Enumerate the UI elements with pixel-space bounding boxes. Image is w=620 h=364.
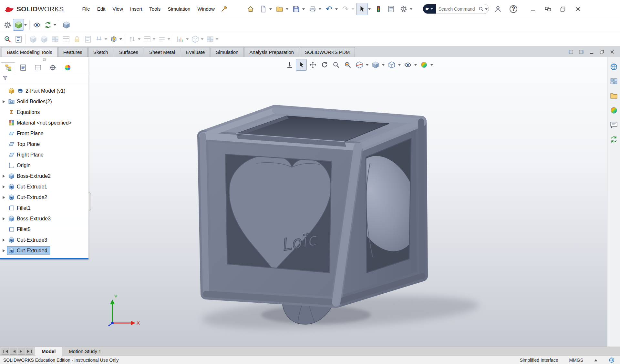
tree-filter-bar[interactable]: [0, 73, 88, 83]
dock-right-button[interactable]: [577, 48, 586, 56]
design-check-button[interactable]: [2, 33, 13, 45]
next-tab-button[interactable]: [18, 348, 25, 355]
search-scope-button[interactable]: [423, 4, 436, 14]
previous-tab-button[interactable]: [10, 348, 17, 355]
view-orientation-dropdown[interactable]: [382, 64, 385, 67]
bom-list-button[interactable]: [13, 33, 24, 45]
undo-button[interactable]: ↶: [323, 3, 335, 15]
file-explorer-button[interactable]: [609, 91, 619, 101]
viewports-button[interactable]: [141, 33, 152, 45]
options-dropdown[interactable]: [410, 8, 412, 11]
home-button[interactable]: [245, 3, 256, 15]
rotate-view-button[interactable]: [319, 59, 330, 71]
display-style-dropdown[interactable]: [398, 64, 401, 67]
tree-item-boss-extrude2[interactable]: Boss-Extrude2: [2, 171, 88, 181]
menu-edit[interactable]: Edit: [94, 4, 109, 14]
tab-evaluate[interactable]: Evaluate: [181, 47, 210, 57]
pattern-grid-dropdown[interactable]: [216, 38, 218, 41]
feature-manager-tab[interactable]: [1, 62, 15, 73]
close-button[interactable]: [570, 3, 585, 15]
help-button[interactable]: ?: [507, 3, 520, 15]
display-manager-tab[interactable]: [60, 62, 75, 73]
restore-button[interactable]: [555, 3, 570, 15]
tree-item-cut-extrude2[interactable]: Cut-Extrude2: [2, 192, 88, 203]
lock-button[interactable]: [71, 33, 82, 45]
body-stack-button[interactable]: [38, 33, 49, 45]
dock-left-button[interactable]: [566, 48, 575, 56]
select-button[interactable]: [356, 3, 368, 15]
tab-analysis-preparation[interactable]: Analysis Preparation: [244, 47, 299, 57]
redo-dropdown[interactable]: [352, 8, 354, 11]
pin-menus-button[interactable]: [218, 3, 230, 15]
expand-arrow-icon[interactable]: [2, 100, 7, 103]
geometry-button[interactable]: [190, 33, 201, 45]
appearance-button[interactable]: [31, 19, 42, 31]
statistics-dropdown[interactable]: [186, 38, 189, 41]
fastener-button[interactable]: [108, 33, 119, 45]
status-globe-icon[interactable]: [608, 357, 615, 363]
hud-select-button[interactable]: [296, 59, 307, 71]
fastener-dropdown[interactable]: [119, 38, 122, 41]
zoom-to-area-button[interactable]: [342, 59, 353, 71]
tab-model[interactable]: Model: [35, 347, 62, 356]
menu-simulation[interactable]: Simulation: [164, 4, 194, 14]
hide-show-dropdown[interactable]: [414, 64, 417, 67]
configuration-manager-tab[interactable]: [31, 62, 45, 73]
appearances-button[interactable]: [609, 106, 619, 115]
expand-arrow-icon[interactable]: [2, 175, 7, 178]
tree-item-equations[interactable]: Equations: [2, 107, 88, 117]
expand-arrow-icon[interactable]: [2, 185, 7, 188]
dimxpert-manager-tab[interactable]: [46, 62, 60, 73]
hide-show-button[interactable]: [402, 59, 413, 71]
open-dropdown[interactable]: [286, 8, 288, 11]
open-button[interactable]: [274, 3, 285, 15]
tab-features[interactable]: Features: [58, 47, 88, 57]
expand-arrow-icon[interactable]: [2, 238, 7, 242]
property-manager-tab[interactable]: [16, 62, 30, 73]
span-displays-button[interactable]: [541, 3, 555, 15]
sort-button[interactable]: [127, 33, 138, 45]
statistics-button[interactable]: [175, 33, 186, 45]
panel-collapse-handle[interactable]: [0, 57, 88, 61]
menu-file[interactable]: File: [79, 4, 94, 14]
search-dropdown[interactable]: [485, 8, 488, 11]
geometry-dropdown[interactable]: [201, 38, 203, 41]
update-view-button[interactable]: [42, 19, 53, 31]
sort-dropdown[interactable]: [138, 38, 140, 41]
menu-window[interactable]: Window: [194, 4, 218, 14]
menu-view[interactable]: View: [109, 4, 127, 14]
design-library-button[interactable]: [609, 76, 619, 86]
tree-item-boss-extrude3[interactable]: Boss-Extrude3: [2, 213, 88, 224]
shaded-view-button[interactable]: [13, 19, 24, 31]
import-arrows-button[interactable]: [93, 33, 104, 45]
tree-item-top-plane[interactable]: Top Plane: [2, 139, 88, 149]
tree-root-item[interactable]: 2-Part Model (v1): [2, 86, 88, 96]
doc-restore-button[interactable]: [597, 48, 606, 56]
normal-to-button[interactable]: [284, 59, 295, 71]
graphics-area[interactable]: Loïc: [0, 57, 607, 347]
split-window-button[interactable]: [60, 33, 71, 45]
pattern-grid-button[interactable]: [204, 33, 215, 45]
select-dropdown[interactable]: [368, 8, 371, 11]
selected-tree-item[interactable]: Cut-Extrude4: [7, 246, 50, 255]
redo-button[interactable]: ↷: [340, 3, 351, 15]
edit-appearance-dropdown[interactable]: [430, 64, 433, 67]
account-button[interactable]: [491, 3, 504, 15]
tree-item-cut-extrude1[interactable]: Cut-Extrude1: [2, 181, 88, 192]
pan-button[interactable]: [307, 59, 318, 71]
zoom-to-fit-button[interactable]: [331, 59, 342, 71]
minimize-button[interactable]: [526, 3, 541, 15]
edit-appearance-button[interactable]: [418, 59, 429, 71]
tree-item-solid-bodies[interactable]: Solid Bodies(2): [2, 96, 88, 107]
tree-item-cut-extrude3[interactable]: Cut-Extrude3: [2, 235, 88, 245]
save-dropdown[interactable]: [302, 8, 305, 11]
units-selector[interactable]: MMGS: [569, 358, 583, 363]
print-dropdown[interactable]: [319, 8, 321, 11]
menu-tools[interactable]: Tools: [146, 4, 164, 14]
search-input[interactable]: [436, 6, 478, 12]
display-style-button[interactable]: [386, 59, 397, 71]
expand-arrow-icon[interactable]: [2, 217, 7, 220]
tab-basic-modeling-tools[interactable]: Basic Modeling Tools: [2, 47, 57, 57]
last-tab-button[interactable]: [26, 348, 33, 355]
doc-close-button[interactable]: [608, 48, 617, 56]
